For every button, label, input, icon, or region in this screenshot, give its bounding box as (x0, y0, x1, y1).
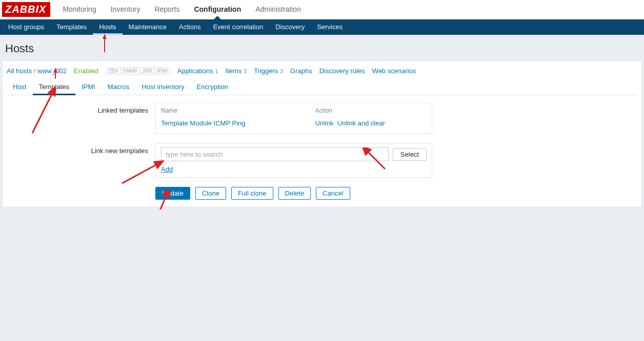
template-search-input[interactable] (161, 147, 389, 161)
form-area: Linked templates Name Action Template Mo… (7, 102, 637, 178)
page-title: Hosts (0, 35, 644, 60)
subnav-hosts[interactable]: Hosts (93, 19, 122, 35)
linked-templates-group: Name Action Template Module ICMP Ping Un… (155, 102, 432, 134)
linked-template-name[interactable]: Template Module ICMP Ping (161, 119, 246, 127)
col-name: Name (161, 107, 315, 117)
subnav-discovery[interactable]: Discovery (269, 19, 311, 35)
breadcrumb-sep: / (34, 67, 37, 75)
proto-snmp: SNMP (120, 67, 140, 75)
count-triggers: 3 (280, 68, 283, 74)
table-row: Template Module ICMP Ping Unlink Unlink … (161, 117, 427, 129)
proto-ipmi: IPMI (154, 67, 170, 75)
tab-host-inventory[interactable]: Host inventory (135, 80, 190, 95)
count-items: 3 (244, 68, 247, 74)
tab-macros[interactable]: Macros (102, 80, 136, 95)
info-row: All hosts / www_002 Enabled ZBX SNMP JMX… (7, 66, 637, 80)
proto-zbx: ZBX (106, 67, 120, 75)
nav-inventory[interactable]: Inventory (104, 0, 148, 19)
tab-host[interactable]: Host (7, 80, 33, 95)
breadcrumb-all-hosts[interactable]: All hosts (7, 67, 32, 75)
nav-administration[interactable]: Administration (248, 0, 308, 19)
top-nav: ZABBIX Monitoring Inventory Reports Conf… (0, 0, 644, 19)
clone-button[interactable]: Clone (195, 187, 226, 200)
tab-templates[interactable]: Templates (33, 80, 75, 95)
nav-configuration[interactable]: Configuration (187, 0, 248, 19)
unlink-link[interactable]: Unlink (315, 119, 333, 127)
protocol-badges: ZBX SNMP JMX IPMI (106, 67, 170, 75)
subnav-services[interactable]: Services (311, 19, 349, 35)
link-items[interactable]: Items (226, 67, 242, 75)
label-link-new-templates: Link new templates (7, 143, 155, 155)
full-clone-button[interactable]: Full clone (231, 187, 273, 200)
proto-jmx: JMX (139, 67, 155, 75)
subnav-event-correlation[interactable]: Event correlation (207, 19, 270, 35)
host-tabs: Host Templates IPMI Macros Host inventor… (7, 80, 637, 95)
subnav-host-groups[interactable]: Host groups (2, 19, 50, 35)
count-applications: 1 (215, 68, 218, 74)
unlink-clear-link[interactable]: Unlink and clear (337, 119, 385, 127)
subnav-maintenance[interactable]: Maintenance (123, 19, 173, 35)
link-triggers[interactable]: Triggers (254, 67, 278, 75)
cancel-button[interactable]: Cancel (316, 187, 350, 200)
actions-row: Update Clone Full clone Delete Cancel (155, 187, 637, 200)
link-discovery-rules[interactable]: Discovery rules (319, 67, 365, 75)
status-enabled: Enabled (74, 67, 98, 75)
nav-reports[interactable]: Reports (147, 0, 187, 19)
zabbix-logo[interactable]: ZABBIX (2, 2, 50, 17)
link-applications[interactable]: Applications (177, 67, 213, 75)
linked-templates-table: Name Action Template Module ICMP Ping Un… (161, 107, 427, 129)
breadcrumb-host[interactable]: www_002 (37, 67, 67, 75)
link-new-templates-group: Select Add (155, 143, 432, 178)
label-linked-templates: Linked templates (7, 102, 155, 114)
subnav-actions[interactable]: Actions (173, 19, 207, 35)
add-link[interactable]: Add (161, 165, 173, 173)
host-form-card: All hosts / www_002 Enabled ZBX SNMP JMX… (2, 60, 642, 207)
nav-monitoring[interactable]: Monitoring (55, 0, 103, 19)
subnav-templates[interactable]: Templates (50, 19, 93, 35)
link-graphs[interactable]: Graphs (290, 67, 312, 75)
update-button[interactable]: Update (155, 187, 190, 200)
delete-button[interactable]: Delete (278, 187, 311, 200)
col-action: Action (315, 107, 427, 117)
tab-ipmi[interactable]: IPMI (75, 80, 102, 95)
link-web-scenarios[interactable]: Web scenarios (372, 67, 416, 75)
sub-nav: Host groups Templates Hosts Maintenance … (0, 19, 644, 35)
tab-encryption[interactable]: Encryption (190, 80, 234, 95)
select-button[interactable]: Select (393, 148, 427, 161)
